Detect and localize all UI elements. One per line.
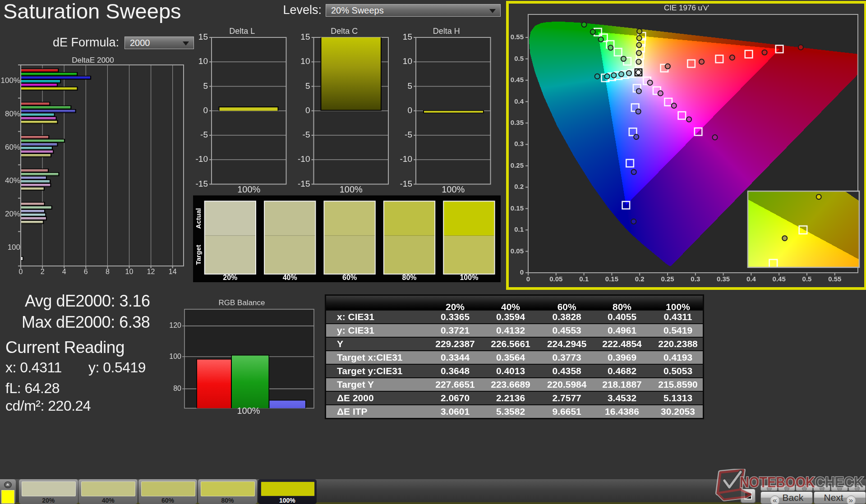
svg-text:CHECK: CHECK — [815, 474, 864, 490]
svg-text:NOTEBOOK: NOTEBOOK — [740, 474, 815, 490]
